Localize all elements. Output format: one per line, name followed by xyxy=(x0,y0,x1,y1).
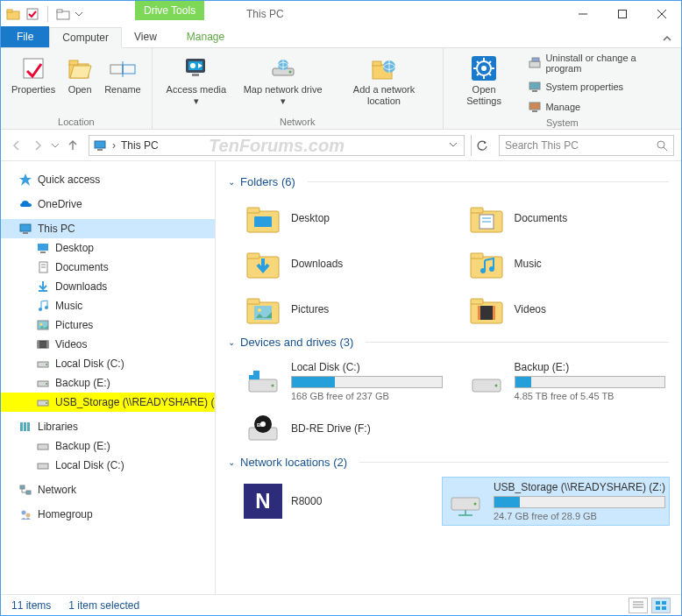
details-view-button[interactable] xyxy=(629,598,648,613)
collapse-ribbon-icon[interactable] xyxy=(662,34,672,47)
uninstall-program-button[interactable]: Uninstall or change a program xyxy=(524,51,676,75)
search-input[interactable]: Search This PC xyxy=(499,135,674,156)
svg-rect-42 xyxy=(95,141,105,148)
tree-quick-access[interactable]: Quick access xyxy=(1,170,215,189)
svg-point-44 xyxy=(657,141,664,148)
group-folders[interactable]: ⌄Folders (6) xyxy=(228,175,669,188)
drive-icon xyxy=(36,458,50,472)
folder-icon xyxy=(467,292,506,327)
tab-manage[interactable]: Manage xyxy=(174,26,237,47)
label: Open xyxy=(68,84,92,96)
tree-documents[interactable]: Documents xyxy=(1,258,215,277)
selection-count: 1 item selected xyxy=(68,599,139,612)
tree-backup-e[interactable]: Backup (E:) xyxy=(1,373,215,393)
desktop-icon xyxy=(36,241,50,255)
address-dropdown[interactable] xyxy=(446,139,460,152)
tree-downloads[interactable]: Downloads xyxy=(1,277,215,296)
svg-point-62 xyxy=(46,364,47,365)
open-settings-button[interactable]: Open Settings xyxy=(449,51,520,116)
svg-rect-46 xyxy=(20,224,31,231)
folder-icon[interactable] xyxy=(6,7,20,21)
svg-rect-6 xyxy=(618,11,626,18)
content-pane[interactable]: ⌄Folders (6) Desktop Documents Downloads… xyxy=(216,161,681,594)
svg-rect-2 xyxy=(27,9,38,19)
folder-downloads[interactable]: Downloads xyxy=(240,243,446,285)
svg-rect-60 xyxy=(46,341,48,348)
thumbnails-view-button[interactable] xyxy=(651,598,671,613)
svg-rect-91 xyxy=(247,299,259,304)
network-drive-icon xyxy=(446,484,485,519)
svg-rect-98 xyxy=(493,306,495,320)
folder-videos[interactable]: Videos xyxy=(464,288,670,330)
svg-rect-95 xyxy=(471,299,483,304)
add-network-location-button[interactable]: Add a network location xyxy=(330,51,437,115)
recent-locations-button[interactable] xyxy=(50,137,60,154)
minimize-button[interactable] xyxy=(563,1,602,27)
svg-rect-12 xyxy=(110,65,123,74)
folder-documents[interactable]: Documents xyxy=(464,197,670,239)
folder-icon xyxy=(467,201,506,236)
group-drives[interactable]: ⌄Devices and drives (3) xyxy=(228,336,669,349)
tab-file[interactable]: File xyxy=(1,26,49,47)
drive-bdre-f[interactable]: BD BD-RE Drive (F:) xyxy=(240,408,446,450)
tree-desktop[interactable]: Desktop xyxy=(1,238,215,258)
tab-computer[interactable]: Computer xyxy=(49,27,122,48)
access-media-button[interactable]: Access media ▾ xyxy=(158,51,235,115)
svg-rect-67 xyxy=(20,422,23,431)
svg-point-75 xyxy=(26,513,31,518)
new-folder-icon[interactable] xyxy=(56,7,70,21)
ribbon-group-network: Access media ▾ Map network drive ▾ Add a… xyxy=(153,48,444,129)
svg-rect-18 xyxy=(192,74,199,76)
folder-pictures[interactable]: Pictures xyxy=(240,288,446,330)
breadcrumb[interactable]: This PC xyxy=(121,139,159,152)
folder-music[interactable]: Music xyxy=(464,243,670,285)
open-button[interactable]: Open xyxy=(60,51,99,115)
svg-rect-48 xyxy=(38,244,48,251)
tree-local-disk-c[interactable]: Local Disk (C:) xyxy=(1,354,215,373)
folder-desktop[interactable]: Desktop xyxy=(240,197,446,239)
label: Open Settings xyxy=(454,84,515,107)
svg-rect-119 xyxy=(662,601,666,605)
qat-dropdown[interactable] xyxy=(75,7,82,21)
network-usb-storage-z[interactable]: USB_Storage (\\READYSHARE) (Z:)24.7 GB f… xyxy=(443,478,669,525)
tree-homegroup[interactable]: Homegroup xyxy=(1,505,215,524)
tree-lib-backup[interactable]: Backup (E:) xyxy=(1,436,215,456)
rename-button[interactable]: Rename xyxy=(99,51,146,115)
group-label: Location xyxy=(6,115,146,129)
tree-lib-local-disk[interactable]: Local Disk (C:) xyxy=(1,456,215,475)
tab-view[interactable]: View xyxy=(122,26,169,47)
tree-music[interactable]: Music xyxy=(1,296,215,315)
system-properties-button[interactable]: System properties xyxy=(524,78,676,96)
ribbon-group-location: Properties Open Rename Location xyxy=(1,48,153,129)
properties-icon[interactable] xyxy=(25,7,39,21)
tree-libraries[interactable]: Libraries xyxy=(1,417,215,436)
forward-button[interactable] xyxy=(29,137,46,154)
ribbon-group-system: Open Settings Uninstall or change a prog… xyxy=(444,48,681,129)
tree-usb-storage-z[interactable]: USB_Storage (\\READYSHARE) (Z:) xyxy=(1,393,215,412)
group-network-locations[interactable]: ⌄Network locations (2) xyxy=(228,456,669,469)
back-button[interactable] xyxy=(8,137,25,154)
tree-videos[interactable]: Videos xyxy=(1,335,215,354)
svg-line-35 xyxy=(477,74,479,75)
label: Map network drive ▾ xyxy=(240,84,325,107)
network-r8000[interactable]: N R8000 xyxy=(240,478,425,525)
tree-pictures[interactable]: Pictures xyxy=(1,315,215,335)
star-icon xyxy=(18,173,32,187)
navigation-tree[interactable]: Quick access OneDrive This PC Desktop Do… xyxy=(1,161,216,594)
manage-button[interactable]: Manage xyxy=(524,98,676,116)
tree-onedrive[interactable]: OneDrive xyxy=(1,195,215,214)
close-button[interactable] xyxy=(642,1,681,27)
downloads-icon xyxy=(36,280,50,294)
drive-backup-e[interactable]: Backup (E:)4.85 TB free of 5.45 TB xyxy=(464,358,670,405)
address-bar[interactable]: › This PC TenForums.com xyxy=(89,135,465,156)
maximize-button[interactable] xyxy=(602,1,642,27)
drive-local-c[interactable]: Local Disk (C:)168 GB free of 237 GB xyxy=(240,358,446,405)
svg-point-54 xyxy=(39,308,42,311)
tree-network[interactable]: Network xyxy=(1,480,215,499)
tree-this-pc[interactable]: This PC xyxy=(1,219,215,238)
up-button[interactable] xyxy=(64,137,82,154)
properties-button[interactable]: Properties xyxy=(6,51,60,115)
map-network-drive-button[interactable]: Map network drive ▾ xyxy=(235,51,330,115)
refresh-button[interactable] xyxy=(471,135,492,156)
svg-point-17 xyxy=(190,63,195,68)
